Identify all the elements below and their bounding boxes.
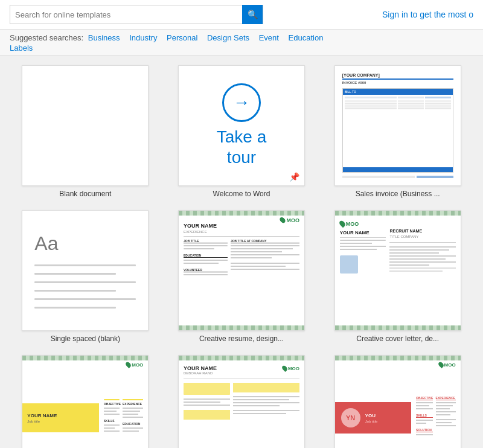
blank-label: Blank document <box>59 190 111 198</box>
invoice-footer <box>342 176 453 178</box>
cover-moo-logo: MOO <box>340 220 386 227</box>
suggested-bar: Suggested searches: Business Industry Pe… <box>0 30 483 56</box>
invoice-table: BILL TO <box>342 88 453 173</box>
letter-content: YOUR NAME DEBORAH RAND MOO <box>179 362 304 423</box>
suggested-design-sets[interactable]: Design Sets <box>207 33 249 42</box>
template-resume-pink[interactable]: YN YOU Job title MOO Objective <box>324 355 471 448</box>
resume-subtitle: EXPERIENCE <box>184 230 299 234</box>
pink-header: YN YOU Job title MOO <box>335 402 411 434</box>
cover-name: YOUR NAME <box>340 230 386 235</box>
resume-letter-thumb: YOUR NAME DEBORAH RAND MOO <box>178 355 305 448</box>
moo-bottom-bar <box>179 325 304 330</box>
moo-top-bar <box>179 211 304 216</box>
pin-icon: 📌 <box>289 172 299 182</box>
template-creative-resume[interactable]: MOO YOUR NAME EXPERIENCE JOB TITLE EDUCA… <box>168 210 315 343</box>
cover-content: MOO YOUR NAME RECRUIT NAME <box>335 217 461 277</box>
creative-cover-thumb: MOO YOUR NAME RECRUIT NAME <box>334 210 461 331</box>
creative-resume-thumb: MOO YOUR NAME EXPERIENCE JOB TITLE EDUCA… <box>178 210 305 331</box>
template-invoice[interactable]: [YOUR COMPANY] INVOICE #000 BILL TO <box>324 65 471 198</box>
template-blank[interactable]: Blank document <box>12 65 159 198</box>
resume-pink-thumb: YN YOU Job title MOO Objective <box>334 355 461 448</box>
pink-subtitle: Job title <box>365 420 378 423</box>
yellow-top-bar <box>22 356 148 360</box>
pink-name: YOU <box>365 413 378 418</box>
template-creative-cover[interactable]: MOO YOUR NAME RECRUIT NAME <box>324 210 471 343</box>
resume-yellow-thumb: YOUR NAME Job title MOO Objective <box>22 355 149 448</box>
suggested-industry[interactable]: Industry <box>129 33 157 42</box>
invoice-title: INVOICE #000 <box>342 81 453 85</box>
aa-text: Aa <box>34 232 58 255</box>
resume-name: YOUR NAME <box>184 223 299 229</box>
suggested-event[interactable]: Event <box>259 33 279 42</box>
suggested-education[interactable]: Education <box>289 33 324 42</box>
creative-cover-label: Creative cover letter, de... <box>356 334 439 343</box>
single-spaced-thumb: Aa <box>22 210 149 331</box>
yellow-name-block: YOUR NAME Job title <box>27 413 57 423</box>
suggested-labels[interactable]: Labels <box>10 43 466 53</box>
cover-photo-placeholder <box>340 255 358 274</box>
letter-subtitle: DEBORAH RAND <box>184 371 217 375</box>
suggested-personal[interactable]: Personal <box>167 33 197 42</box>
search-button[interactable]: 🔍 <box>242 5 263 24</box>
invoice-label: Sales invoice (Business ... <box>356 190 440 198</box>
creative-resume-label: Creative resume, design... <box>199 334 284 343</box>
search-container: 🔍 <box>10 5 263 24</box>
pink-body: Objective Skills Solution Experience <box>411 392 461 439</box>
cover-bottom-bar <box>335 325 461 330</box>
cover-title-company: TITLE COMPANY <box>389 235 455 238</box>
suggested-label: Suggested searches: <box>10 33 83 42</box>
letter-top-bar <box>179 356 304 360</box>
moo-logo: MOO <box>280 217 299 223</box>
yellow-moo-logo: MOO <box>126 362 143 368</box>
template-grid: Blank document → Take atour 📌 Welcome to… <box>12 65 471 448</box>
yellow-body: Objective Skills Experience <box>99 395 149 435</box>
pink-moo-logo: MOO <box>439 362 456 368</box>
yellow-header: YOUR NAME Job title MOO <box>22 403 98 432</box>
template-resume-yellow[interactable]: YOUR NAME Job title MOO Objective <box>12 355 159 448</box>
letter-name: YOUR NAME <box>184 365 217 371</box>
template-resume-letter[interactable]: YOUR NAME DEBORAH RAND MOO <box>168 355 315 448</box>
tour-thumb: → Take atour 📌 <box>178 65 305 186</box>
search-icon: 🔍 <box>248 10 258 19</box>
cover-recruit-name: RECRUIT NAME <box>389 229 455 233</box>
tour-arrow-icon: → <box>222 83 261 122</box>
resume-content: MOO YOUR NAME EXPERIENCE JOB TITLE EDUCA… <box>179 217 304 324</box>
sign-in-text: Sign in to get the most o <box>382 10 473 19</box>
tour-label: Welcome to Word <box>213 190 270 198</box>
yellow-name: YOUR NAME <box>27 413 57 418</box>
header: 🔍 Sign in to get the most o <box>0 0 483 30</box>
main-content: Blank document → Take atour 📌 Welcome to… <box>0 56 483 448</box>
pink-top-bar <box>335 356 461 360</box>
letter-moo-logo: MOO <box>283 365 299 371</box>
pink-initials: YN <box>341 408 360 427</box>
search-input[interactable] <box>10 8 242 22</box>
single-spaced-label: Single spaced (blank) <box>51 334 120 343</box>
template-tour[interactable]: → Take atour 📌 Welcome to Word <box>168 65 315 198</box>
invoice-thumb: [YOUR COMPANY] INVOICE #000 BILL TO <box>334 65 461 186</box>
suggested-business[interactable]: Business <box>88 33 120 42</box>
cover-top-bar <box>335 211 461 216</box>
tour-text: Take atour <box>217 127 267 167</box>
invoice-company-name: [YOUR COMPANY] <box>342 73 453 80</box>
blank-thumb <box>22 65 149 186</box>
template-single-spaced[interactable]: Aa Single spaced (blank) <box>12 210 159 343</box>
yellow-subtitle: Job title <box>27 420 57 423</box>
